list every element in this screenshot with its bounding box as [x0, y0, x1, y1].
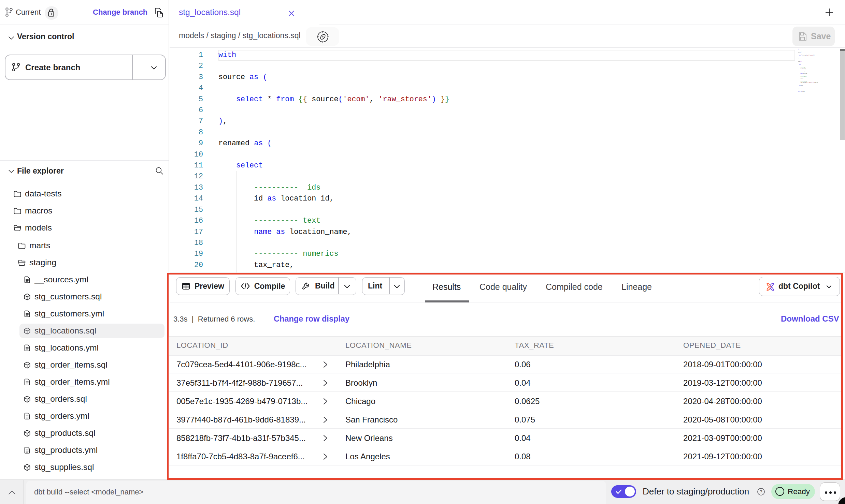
svg-text:?: ?	[760, 489, 762, 494]
